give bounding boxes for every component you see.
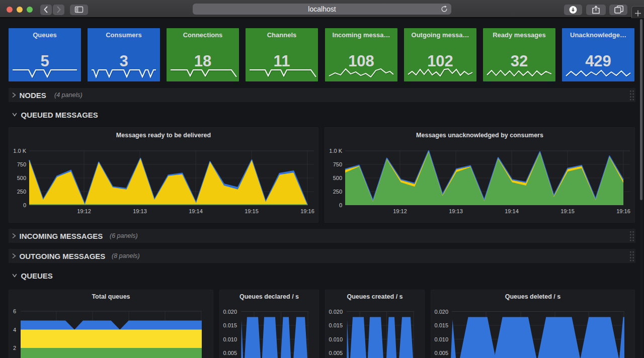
svg-text:19:15: 19:15	[245, 208, 259, 214]
svg-text:19:13: 19:13	[449, 208, 463, 214]
svg-text:1.0 K: 1.0 K	[13, 148, 26, 154]
svg-text:19:15: 19:15	[560, 208, 575, 214]
svg-text:0.010: 0.010	[329, 336, 343, 342]
svg-text:750: 750	[333, 161, 342, 167]
svg-text:0.015: 0.015	[329, 322, 343, 328]
svg-text:500: 500	[17, 175, 26, 181]
svg-text:19:12: 19:12	[393, 208, 407, 214]
svg-text:19:16: 19:16	[616, 208, 630, 214]
svg-text:250: 250	[17, 189, 26, 195]
svg-text:19:14: 19:14	[189, 208, 203, 214]
svg-text:0.010: 0.010	[434, 336, 448, 342]
svg-text:0.005: 0.005	[329, 350, 343, 356]
svg-text:500: 500	[333, 175, 342, 181]
svg-text:750: 750	[17, 161, 26, 167]
svg-text:0.020: 0.020	[434, 309, 448, 315]
svg-text:0.015: 0.015	[223, 322, 237, 328]
svg-text:0: 0	[339, 202, 342, 208]
svg-text:250: 250	[333, 189, 342, 195]
svg-text:0.005: 0.005	[434, 350, 448, 356]
svg-text:19:13: 19:13	[133, 208, 147, 214]
svg-text:19:14: 19:14	[505, 208, 519, 214]
svg-text:6: 6	[13, 308, 16, 314]
svg-text:19:16: 19:16	[300, 208, 314, 214]
svg-text:0: 0	[23, 202, 26, 208]
svg-text:1.0 K: 1.0 K	[329, 148, 342, 154]
svg-text:0.020: 0.020	[329, 309, 343, 315]
svg-text:0.015: 0.015	[434, 322, 448, 328]
svg-text:4: 4	[13, 327, 16, 333]
svg-text:0.010: 0.010	[223, 336, 237, 342]
svg-text:2: 2	[13, 345, 16, 351]
svg-text:19:12: 19:12	[77, 208, 91, 214]
svg-text:0.005: 0.005	[223, 350, 237, 356]
svg-text:0.020: 0.020	[223, 309, 237, 315]
